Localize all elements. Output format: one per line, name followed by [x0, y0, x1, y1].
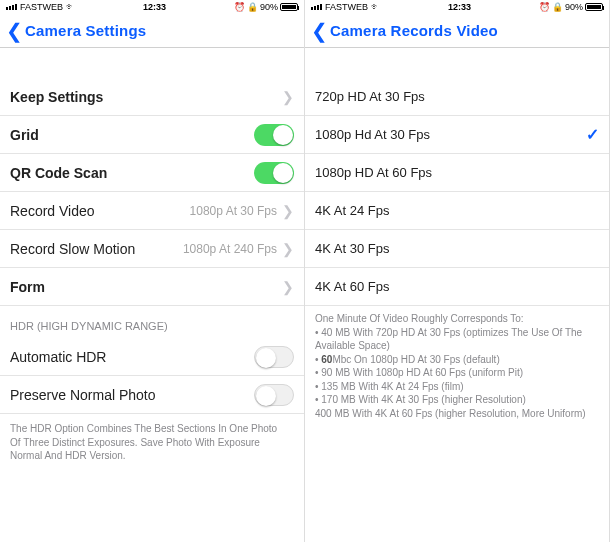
- alarm-icon: ⏰: [234, 2, 245, 12]
- status-bar: FASTWEB ᯤ 12:33 ⏰ 🔒 90%: [305, 0, 609, 14]
- row-label: Automatic HDR: [10, 349, 254, 365]
- video-size-info: One Minute Of Video Roughly Corresponds …: [305, 306, 609, 426]
- option-720p-30[interactable]: 720p HD At 30 Fps: [305, 78, 609, 116]
- option-label: 1080p HD At 60 Fps: [315, 165, 599, 180]
- row-preserve-photo[interactable]: Preserve Normal Photo: [0, 376, 304, 414]
- row-label: Form: [10, 279, 282, 295]
- info-line: • 135 MB With 4K At 24 Fps (film): [315, 380, 599, 394]
- row-label: QR Code Scan: [10, 165, 254, 181]
- lock-icon: 🔒: [247, 2, 258, 12]
- wifi-icon: ᯤ: [371, 2, 380, 12]
- page-title: Camera Settings: [25, 22, 146, 39]
- back-icon[interactable]: ❮: [6, 19, 23, 43]
- toggle-preserve[interactable]: [254, 384, 294, 406]
- row-label: Keep Settings: [10, 89, 282, 105]
- battery-percent: 90%: [260, 2, 278, 12]
- battery-icon: [585, 3, 603, 11]
- option-4k-60[interactable]: 4K At 60 Fps: [305, 268, 609, 306]
- footer-line: The HDR Option Combines The Best Section…: [10, 422, 294, 436]
- option-label: 720p HD At 30 Fps: [315, 89, 599, 104]
- info-line: • 90 MB With 1080p HD At 60 Fps (uniform…: [315, 366, 599, 380]
- left-pane: FASTWEB ᯤ 12:33 ⏰ 🔒 90% ❮ Camera Setting…: [0, 0, 305, 542]
- row-grid[interactable]: Grid: [0, 116, 304, 154]
- info-line: 400 MB With 4K At 60 Fps (higher Resolut…: [315, 407, 599, 421]
- check-icon: ✓: [586, 125, 599, 144]
- video-options-list: 720p HD At 30 Fps 1080p Hd At 30 Fps ✓ 1…: [305, 78, 609, 306]
- row-form[interactable]: Form ❯: [0, 268, 304, 306]
- row-qr-scan[interactable]: QR Code Scan: [0, 154, 304, 192]
- lock-icon: 🔒: [552, 2, 563, 12]
- right-pane: FASTWEB ᯤ 12:33 ⏰ 🔒 90% ❮ Camera Records…: [305, 0, 610, 542]
- row-keep-settings[interactable]: Keep Settings ❯: [0, 78, 304, 116]
- option-label: 4K At 24 Fps: [315, 203, 599, 218]
- wifi-icon: ᯤ: [66, 2, 75, 12]
- chevron-right-icon: ❯: [282, 241, 294, 257]
- option-label: 4K At 30 Fps: [315, 241, 599, 256]
- info-line: • 40 MB With 720p HD At 30 Fps (optimize…: [315, 326, 599, 353]
- row-auto-hdr[interactable]: Automatic HDR: [0, 338, 304, 376]
- battery-percent: 90%: [565, 2, 583, 12]
- signal-icon: [311, 4, 322, 10]
- option-1080p-30[interactable]: 1080p Hd At 30 Fps ✓: [305, 116, 609, 154]
- section-header-hdr: HDR (HIGH DYNAMIC RANGE): [0, 306, 304, 338]
- clock: 12:33: [75, 2, 234, 12]
- option-4k-30[interactable]: 4K At 30 Fps: [305, 230, 609, 268]
- chevron-right-icon: ❯: [282, 203, 294, 219]
- option-4k-24[interactable]: 4K At 24 Fps: [305, 192, 609, 230]
- back-icon[interactable]: ❮: [311, 19, 328, 43]
- chevron-right-icon: ❯: [282, 279, 294, 295]
- alarm-icon: ⏰: [539, 2, 550, 12]
- clock: 12:33: [380, 2, 539, 12]
- hdr-footer: The HDR Option Combines The Best Section…: [0, 414, 304, 471]
- signal-icon: [6, 4, 17, 10]
- info-line: • 170 MB With 4K At 30 Fps (higher Resol…: [315, 393, 599, 407]
- settings-list: Keep Settings ❯ Grid QR Code Scan Record…: [0, 78, 304, 306]
- carrier-label: FASTWEB: [325, 2, 368, 12]
- page-title: Camera Records Video: [330, 22, 498, 39]
- row-label: Record Video: [10, 203, 190, 219]
- battery-icon: [280, 3, 298, 11]
- row-label: Preserve Normal Photo: [10, 387, 254, 403]
- toggle-grid[interactable]: [254, 124, 294, 146]
- carrier-label: FASTWEB: [20, 2, 63, 12]
- section-gap: [305, 48, 609, 78]
- row-label: Record Slow Motion: [10, 241, 183, 257]
- toggle-qr[interactable]: [254, 162, 294, 184]
- nav-header[interactable]: ❮ Camera Records Video: [305, 14, 609, 48]
- toggle-auto-hdr[interactable]: [254, 346, 294, 368]
- status-bar: FASTWEB ᯤ 12:33 ⏰ 🔒 90%: [0, 0, 304, 14]
- option-label: 1080p Hd At 30 Fps: [315, 127, 586, 142]
- row-record-video[interactable]: Record Video 1080p At 30 Fps ❯: [0, 192, 304, 230]
- info-line: One Minute Of Video Roughly Corresponds …: [315, 312, 599, 326]
- option-label: 4K At 60 Fps: [315, 279, 599, 294]
- option-1080p-60[interactable]: 1080p HD At 60 Fps: [305, 154, 609, 192]
- footer-line: Normal And HDR Version.: [10, 449, 294, 463]
- row-value: 1080p At 240 Fps: [183, 242, 277, 256]
- info-line: • 60Mbc On 1080p HD At 30 Fps (default): [315, 353, 599, 367]
- footer-line: Of Three Distinct Exposures. Save Photo …: [10, 436, 294, 450]
- hdr-list: Automatic HDR Preserve Normal Photo: [0, 338, 304, 414]
- nav-header[interactable]: ❮ Camera Settings: [0, 14, 304, 48]
- row-label: Grid: [10, 127, 254, 143]
- chevron-right-icon: ❯: [282, 89, 294, 105]
- row-value: 1080p At 30 Fps: [190, 204, 277, 218]
- row-record-slow-motion[interactable]: Record Slow Motion 1080p At 240 Fps ❯: [0, 230, 304, 268]
- section-gap: [0, 48, 304, 78]
